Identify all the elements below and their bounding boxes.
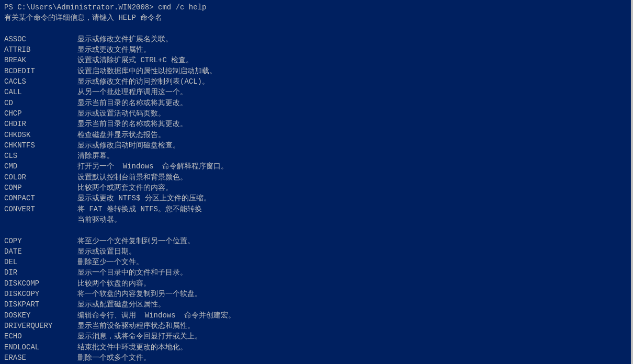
command-name: DEL bbox=[4, 257, 77, 267]
command-desc: 从另一个批处理程序调用这一个。 bbox=[77, 87, 187, 97]
command-name: CD bbox=[4, 98, 77, 108]
command-desc: 显示或修改启动时间磁盘检查。 bbox=[77, 140, 180, 151]
list-item: COPY将至少一个文件复制到另一个位置。 bbox=[4, 236, 629, 246]
list-item: DISKCOPY将一个软盘的内容复制到另一个软盘。 bbox=[4, 289, 629, 299]
command-name: ATTRIB bbox=[4, 44, 77, 55]
list-item: ECHO显示消息，或将命令回显打开或关上。 bbox=[4, 331, 629, 342]
command-desc: 显示一个目录中的文件和子目录。 bbox=[77, 267, 187, 278]
list-item: COMPACT显示或更改 NTFS$ 分区上文件的压缩。 bbox=[4, 193, 629, 203]
list-item: DEL删除至少一个文件。 bbox=[4, 257, 629, 267]
command-name: CHKDSK bbox=[4, 130, 77, 140]
list-item: BCDEDIT设置启动数据库中的属性以控制启动加载。 bbox=[4, 66, 629, 76]
list-item: ATTRIB显示或更改文件属性。 bbox=[4, 44, 629, 55]
command-name: BCDEDIT bbox=[4, 66, 77, 76]
command-name: ECHO bbox=[4, 331, 77, 342]
list-item: DRIVERQUERY显示当前设备驱动程序状态和属性。 bbox=[4, 321, 629, 331]
command-desc: 删除至少一个文件。 bbox=[77, 257, 143, 267]
command-desc: 显示或设置活动代码页数。 bbox=[77, 108, 165, 119]
command-name: CLS bbox=[4, 151, 77, 161]
list-item: DATE显示或设置日期。 bbox=[4, 246, 629, 257]
list-item: CACLS显示或修改文件的访问控制列表(ACL)。 bbox=[4, 76, 629, 87]
command-name: ENDLOCAL bbox=[4, 342, 77, 352]
command-desc: 将至少一个文件复制到另一个位置。 bbox=[77, 236, 195, 246]
command-desc: 打开另一个 Windows 命令解释程序窗口。 bbox=[77, 161, 228, 172]
command-desc: 显示或配置磁盘分区属性。 bbox=[77, 299, 165, 310]
command-name: CALL bbox=[4, 87, 77, 97]
intro-text: 有关某个命令的详细信息，请键入 HELP 命令名 bbox=[4, 13, 162, 23]
scrollbar-border bbox=[631, 0, 633, 364]
command-desc: 删除一个或多个文件。 bbox=[77, 352, 151, 363]
list-item: BREAK设置或清除扩展式 CTRL+C 检查。 bbox=[4, 55, 629, 65]
list-item: CONVERT将 FAT 卷转换成 NTFS。您不能转换 bbox=[4, 204, 629, 214]
command-name: DISKPART bbox=[4, 299, 77, 310]
command-desc: 显示消息，或将命令回显打开或关上。 bbox=[77, 331, 202, 342]
command-name: CMD bbox=[4, 161, 77, 172]
list-item: DOSKEY编辑命令行、调用 Windows 命令并创建宏。 bbox=[4, 310, 629, 321]
command-desc: 显示当前目录的名称或将其更改。 bbox=[77, 98, 187, 108]
command-desc: 结束批文件中环境更改的本地化。 bbox=[77, 342, 187, 352]
command-desc: 设置默认控制台前景和背景颜色。 bbox=[77, 172, 187, 183]
list-item: CHKNTFS显示或修改启动时间磁盘检查。 bbox=[4, 140, 629, 151]
command-name: BREAK bbox=[4, 55, 77, 65]
command-name: DRIVERQUERY bbox=[4, 321, 77, 331]
command-name: DIR bbox=[4, 267, 77, 278]
prompt-line: PS C:\Users\Administrator.WIN2008> cmd /… bbox=[4, 2, 629, 13]
prompt-text: PS C:\Users\Administrator.WIN2008> cmd /… bbox=[4, 2, 206, 13]
command-name: COMP bbox=[4, 183, 77, 193]
command-name: CHDIR bbox=[4, 119, 77, 129]
command-desc: 设置启动数据库中的属性以控制启动加载。 bbox=[77, 66, 217, 76]
command-name: DOSKEY bbox=[4, 310, 77, 321]
command-desc: 显示或修改文件的访问控制列表(ACL)。 bbox=[77, 76, 209, 87]
command-name: CHCP bbox=[4, 108, 77, 119]
list-item: CHKDSK检查磁盘并显示状态报告。 bbox=[4, 130, 629, 140]
command-desc: 设置或清除扩展式 CTRL+C 检查。 bbox=[77, 55, 193, 65]
list-item: ERASE删除一个或多个文件。 bbox=[4, 352, 629, 363]
terminal-window: PS C:\Users\Administrator.WIN2008> cmd /… bbox=[4, 2, 629, 364]
command-name: COPY bbox=[4, 236, 77, 246]
list-item: 当前驱动器。 bbox=[4, 214, 629, 225]
list-item: COMP比较两个或两套文件的内容。 bbox=[4, 183, 629, 193]
list-item: CMD打开另一个 Windows 命令解释程序窗口。 bbox=[4, 161, 629, 172]
list-item: DISKCOMP比较两个软盘的内容。 bbox=[4, 278, 629, 289]
command-desc: 显示或更改 NTFS$ 分区上文件的压缩。 bbox=[77, 193, 211, 203]
command-name: DISKCOPY bbox=[4, 289, 77, 299]
command-desc: 显示当前设备驱动程序状态和属性。 bbox=[77, 321, 195, 331]
command-desc: 显示或更改文件属性。 bbox=[77, 44, 151, 55]
command-desc: 比较两个或两套文件的内容。 bbox=[77, 183, 173, 193]
command-desc: 清除屏幕。 bbox=[77, 151, 114, 161]
command-name: CACLS bbox=[4, 76, 77, 87]
command-name: DATE bbox=[4, 246, 77, 257]
commands-list: ASSOC显示或修改文件扩展名关联。ATTRIB显示或更改文件属性。BREAK设… bbox=[4, 34, 629, 364]
list-item: CHDIR显示当前目录的名称或将其更改。 bbox=[4, 119, 629, 129]
command-desc: 编辑命令行、调用 Windows 命令并创建宏。 bbox=[77, 310, 235, 321]
command-desc: 显示或设置日期。 bbox=[77, 246, 136, 257]
command-name: ASSOC bbox=[4, 34, 77, 44]
list-item: CD显示当前目录的名称或将其更改。 bbox=[4, 98, 629, 108]
list-item: CHCP显示或设置活动代码页数。 bbox=[4, 108, 629, 119]
command-name: DISKCOMP bbox=[4, 278, 77, 289]
list-item: DISKPART显示或配置磁盘分区属性。 bbox=[4, 299, 629, 310]
command-name: COLOR bbox=[4, 172, 77, 183]
command-desc: 检查磁盘并显示状态报告。 bbox=[77, 130, 165, 140]
list-item: CLS清除屏幕。 bbox=[4, 151, 629, 161]
command-desc: 显示或修改文件扩展名关联。 bbox=[77, 34, 173, 44]
list-item: ENDLOCAL结束批文件中环境更改的本地化。 bbox=[4, 342, 629, 352]
list-item: ASSOC显示或修改文件扩展名关联。 bbox=[4, 34, 629, 44]
list-item: DIR显示一个目录中的文件和子目录。 bbox=[4, 267, 629, 278]
list-item: COLOR设置默认控制台前景和背景颜色。 bbox=[4, 172, 629, 183]
list-item: CALL从另一个批处理程序调用这一个。 bbox=[4, 87, 629, 97]
command-desc: 比较两个软盘的内容。 bbox=[77, 278, 151, 289]
command-desc: 显示当前目录的名称或将其更改。 bbox=[77, 119, 187, 129]
command-name: CHKNTFS bbox=[4, 140, 77, 151]
intro-line: 有关某个命令的详细信息，请键入 HELP 命令名 bbox=[4, 13, 629, 23]
command-desc: 将一个软盘的内容复制到另一个软盘。 bbox=[77, 289, 202, 299]
command-name: COMPACT bbox=[4, 193, 77, 203]
command-name: ERASE bbox=[4, 352, 77, 363]
